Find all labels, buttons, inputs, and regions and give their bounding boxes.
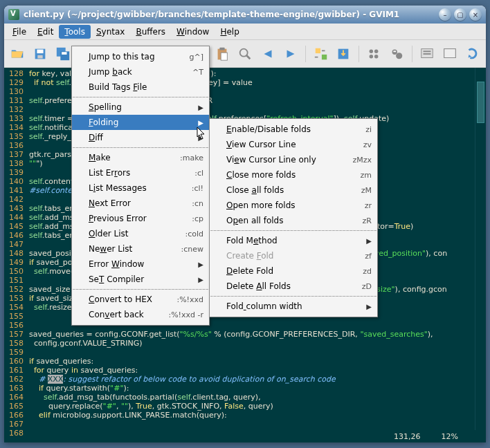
menubar: FileEditToolsSyntaxBuffersWindowHelp [4, 24, 486, 40]
minimize-button[interactable]: – [439, 8, 451, 21]
close-button[interactable]: × [469, 8, 482, 21]
menu-item-shortcut: zv [363, 140, 372, 149]
tools-item-folding[interactable]: Folding▶ [72, 115, 209, 130]
tools-item-convert-to-hex[interactable]: Convert to HEX:%!xxd [72, 292, 209, 307]
menu-help[interactable]: Help [215, 25, 244, 39]
svg-point-21 [374, 49, 379, 53]
code-line: if query.startswith("#"): [26, 384, 475, 393]
statusbar: 131,26 12% [4, 430, 486, 442]
tools-separator [73, 147, 208, 148]
replace-button[interactable] [311, 44, 330, 64]
code-line: # XXX: suggest refactor of below code to… [26, 375, 475, 384]
tools-item-spelling[interactable]: Spelling▶ [72, 100, 209, 115]
titlebar[interactable]: client.py (~/project/gwibber/branches/te… [4, 6, 486, 24]
tools-item-convert-back[interactable]: Convert back:%!xxd -r [72, 307, 209, 322]
svg-rect-14 [219, 47, 224, 50]
submenu-arrow-icon: ▶ [197, 261, 203, 268]
folding-item-open-more-folds[interactable]: Open more foldszr [210, 198, 377, 213]
folding-item-open-all-folds[interactable]: Open all foldszR [210, 213, 377, 228]
load-session-button[interactable] [365, 44, 383, 64]
menu-edit[interactable]: Edit [32, 25, 59, 39]
line-number: 139 [4, 168, 24, 177]
folding-item-view-cursor-line[interactable]: View Cursor Linezv [210, 137, 377, 152]
tools-item-build-tags-file[interactable]: Build Tags File [72, 80, 209, 95]
menu-item-label: Enable/Disable folds [226, 124, 365, 134]
folding-separator [210, 296, 376, 297]
line-number: 161 [4, 366, 24, 375]
tools-item-list-messages[interactable]: List Messages:cl! [72, 180, 209, 196]
save-button[interactable] [31, 44, 50, 64]
tools-item-jump-to-this-tag[interactable]: Jump to this tagg^] [72, 49, 209, 64]
code-line: self.add_msg_tab(functools.partial(self.… [26, 393, 475, 402]
menu-item-label: Spelling [89, 102, 197, 112]
tools-item-set-compiler[interactable]: SeT Compiler▶ [72, 272, 209, 287]
line-number: 166 [4, 411, 24, 420]
folding-item-delete-fold[interactable]: Delete Foldzd [210, 263, 377, 279]
svg-rect-15 [221, 53, 227, 60]
folding-item-fold-column-width[interactable]: Fold column width▶ [210, 299, 377, 314]
findnext-button[interactable] [281, 44, 300, 64]
make-button[interactable] [417, 44, 436, 64]
menu-item-shortcut: g^] [190, 53, 204, 62]
scrollbar-thumb[interactable] [477, 82, 484, 123]
svg-rect-5 [62, 52, 66, 55]
line-number: 131 [4, 96, 24, 105]
tools-item-newer-list[interactable]: Newer List:cnew [72, 241, 209, 256]
vertical-scrollbar[interactable] [475, 68, 486, 430]
line-number: 158 [4, 339, 24, 348]
find-button[interactable] [236, 44, 255, 64]
toolbar-separator [359, 46, 359, 62]
tools-item-next-error[interactable]: Next Error:cn [72, 196, 209, 211]
menu-buffers[interactable]: Buffers [130, 25, 171, 39]
folding-item-view-cursor-line-only[interactable]: View Cursor Line onlyzMzx [210, 152, 377, 167]
save-session-button[interactable] [334, 44, 353, 64]
folding-item-delete-all-folds[interactable]: Delete All FoldszD [210, 279, 377, 294]
submenu-arrow-icon: ▶ [365, 237, 372, 245]
menu-syntax[interactable]: Syntax [91, 25, 131, 39]
tools-item-make[interactable]: Make:make [72, 150, 209, 165]
tools-separator [73, 289, 208, 290]
svg-rect-29 [423, 53, 430, 55]
tools-separator [73, 97, 208, 97]
folding-item-enable-disable-folds[interactable]: Enable/Disable foldszi [210, 122, 377, 137]
folding-item-close-all-folds[interactable]: Close all foldszM [210, 183, 377, 198]
line-number: 128 [4, 69, 24, 78]
menu-window[interactable]: Window [171, 25, 215, 39]
menu-tools[interactable]: Tools [59, 25, 91, 39]
menu-item-label: Create Fold [226, 251, 365, 261]
code-line: saved_queries = config.GCONF.get_list("%… [26, 330, 475, 339]
tools-item-error-window[interactable]: Error Window▶ [72, 256, 209, 272]
open-button[interactable] [8, 44, 27, 64]
menu-item-label: Convert to HEX [89, 295, 176, 304]
folding-item-close-more-folds[interactable]: Close more foldszm [210, 167, 377, 183]
paste-button[interactable] [213, 44, 232, 64]
folding-item-fold-method[interactable]: Fold Method▶ [210, 233, 377, 248]
tools-item-older-list[interactable]: Older List:cold [72, 226, 209, 241]
tools-item-diff[interactable]: Diff▶ [72, 130, 209, 145]
line-number: 130 [4, 87, 24, 96]
submenu-arrow-icon: ▶ [197, 276, 203, 283]
maximize-button[interactable]: ▢ [454, 8, 466, 21]
line-number: 155 [4, 312, 24, 321]
line-number: 141 [4, 186, 24, 195]
help-button[interactable] [463, 44, 482, 64]
menu-item-shortcut: :cn [192, 199, 203, 208]
menu-item-shortcut: :%!xxd -r [168, 310, 203, 319]
svg-rect-1 [37, 49, 44, 53]
tools-item-jump-back[interactable]: Jump back^T [72, 64, 209, 80]
findprev-button[interactable] [258, 44, 277, 64]
menu-item-label: Close more folds [226, 170, 361, 180]
line-number: 160 [4, 357, 24, 366]
shell-button[interactable] [440, 44, 459, 64]
menu-item-label: Delete Fold [226, 266, 363, 276]
mouse-cursor [197, 127, 208, 140]
tools-item-list-errors[interactable]: List Errors:cl [72, 165, 209, 180]
line-number: 129 [4, 78, 24, 87]
line-number: 167 [4, 420, 24, 429]
run-button[interactable] [388, 44, 406, 64]
menu-item-label: SeT Compiler [89, 274, 197, 284]
tools-item-previous-error[interactable]: Previous Error:cp [72, 211, 209, 226]
saveall-button[interactable] [54, 44, 73, 64]
menu-file[interactable]: File [7, 25, 32, 39]
folding-separator [210, 230, 376, 231]
